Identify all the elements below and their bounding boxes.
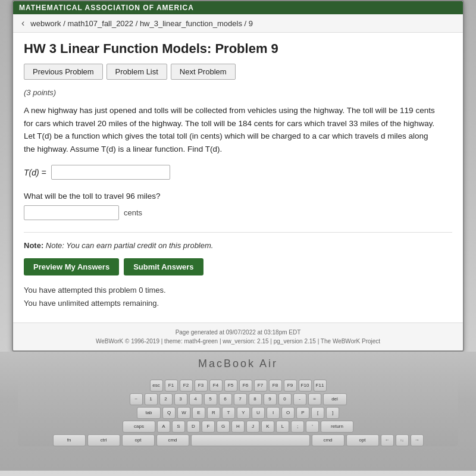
key-e[interactable]: E: [192, 407, 205, 419]
footer-line2: WeBWorK © 1996-2019 | theme: math4-green…: [18, 337, 458, 346]
key-caps[interactable]: caps: [123, 421, 155, 433]
preview-answers-button[interactable]: Preview My Answers: [24, 258, 119, 275]
maa-logo: MATHEMATICAL ASSOCIATION OF AMERICA: [19, 4, 194, 12]
key-p[interactable]: P: [296, 407, 309, 419]
key-lbracket[interactable]: [: [311, 407, 324, 419]
attempt-line2: You have unlimited attempts remaining.: [24, 297, 452, 310]
key-1[interactable]: 1: [145, 393, 158, 405]
divider: [24, 232, 452, 233]
key-k[interactable]: K: [261, 421, 274, 433]
top-bar: MATHEMATICAL ASSOCIATION OF AMERICA: [13, 1, 463, 14]
problem-list-button[interactable]: Problem List: [107, 64, 167, 80]
key-delete[interactable]: del: [323, 393, 347, 405]
key-f3[interactable]: F3: [195, 380, 208, 392]
td-input-row: T(d) =: [24, 165, 452, 180]
footer-line1: Page generated at 09/07/2022 at 03:18pm …: [18, 328, 458, 337]
key-space[interactable]: [191, 434, 310, 446]
key-9[interactable]: 9: [264, 393, 277, 405]
laptop-label: MacBook Air: [198, 358, 278, 370]
keyboard-row-3: tab Q W E R T Y U I O P [ ]: [24, 407, 452, 419]
key-3[interactable]: 3: [174, 393, 187, 405]
key-quote[interactable]: ': [306, 421, 319, 433]
key-f11[interactable]: F11: [314, 380, 327, 392]
keyboard-row-2: ~ 1 2 3 4 5 6 7 8 9 0 - = del: [24, 393, 452, 405]
toll-input[interactable]: [24, 205, 119, 220]
key-equal[interactable]: =: [308, 393, 321, 405]
key-6[interactable]: 6: [219, 393, 232, 405]
next-problem-button[interactable]: Next Problem: [171, 64, 236, 80]
key-return[interactable]: return: [321, 421, 353, 433]
nav-buttons: Previous Problem Problem List Next Probl…: [24, 64, 452, 80]
key-f1[interactable]: F1: [165, 380, 178, 392]
key-j[interactable]: J: [246, 421, 259, 433]
problem-text: A new highway has just opened and tolls …: [24, 104, 440, 155]
key-tab[interactable]: tab: [137, 407, 161, 419]
key-f7[interactable]: F7: [254, 380, 267, 392]
key-f2[interactable]: F2: [180, 380, 193, 392]
key-g[interactable]: G: [217, 421, 230, 433]
keyboard-row-5: fn ctrl opt cmd cmd opt ← ↑↓ →: [24, 434, 452, 446]
key-opt[interactable]: opt: [122, 434, 155, 446]
key-7[interactable]: 7: [234, 393, 247, 405]
key-r[interactable]: R: [207, 407, 220, 419]
key-esc[interactable]: esc: [150, 380, 163, 392]
action-buttons: Preview My Answers Submit Answers: [24, 258, 452, 275]
main-content: HW 3 Linear Function Models: Problem 9 P…: [13, 33, 463, 322]
previous-problem-button[interactable]: Previous Problem: [24, 64, 103, 80]
toll-input-row: cents: [24, 205, 452, 220]
key-4[interactable]: 4: [189, 393, 202, 405]
key-l[interactable]: L: [276, 421, 289, 433]
attempt-info: You have attempted this problem 0 times.…: [24, 284, 452, 310]
key-ctrl[interactable]: ctrl: [87, 434, 120, 446]
key-cmd-left[interactable]: cmd: [156, 434, 189, 446]
key-rbracket[interactable]: ]: [326, 407, 339, 419]
note-text: Note: Note: You can earn partial credit …: [24, 241, 452, 250]
key-a[interactable]: A: [157, 421, 170, 433]
key-f9[interactable]: F9: [284, 380, 297, 392]
keyboard-row-4: caps A S D F G H J K L ; ' return: [24, 421, 452, 433]
key-f4[interactable]: F4: [209, 380, 223, 392]
key-s[interactable]: S: [172, 421, 185, 433]
key-opt-right[interactable]: opt: [346, 434, 379, 446]
key-tilde[interactable]: ~: [130, 393, 143, 405]
td-label: T(d) =: [24, 168, 46, 177]
key-y[interactable]: Y: [237, 407, 250, 419]
key-f5[interactable]: F5: [224, 380, 237, 392]
submit-answers-button[interactable]: Submit Answers: [124, 258, 203, 275]
attempt-line1: You have attempted this problem 0 times.: [24, 284, 452, 297]
key-f8[interactable]: F8: [269, 380, 282, 392]
key-minus[interactable]: -: [293, 393, 306, 405]
key-semicolon[interactable]: ;: [291, 421, 304, 433]
key-u[interactable]: U: [252, 407, 265, 419]
keyboard-row-1: esc F1 F2 F3 F4 F5 F6 F7 F8 F9 F10 F11: [24, 380, 452, 392]
back-arrow[interactable]: ‹: [21, 18, 24, 29]
key-f10[interactable]: F10: [299, 380, 312, 392]
screen-area: MATHEMATICAL ASSOCIATION OF AMERICA ‹ we…: [12, 0, 464, 352]
key-d[interactable]: D: [187, 421, 200, 433]
key-right[interactable]: →: [411, 434, 424, 446]
key-h[interactable]: H: [231, 421, 245, 433]
toll-question: What will be the toll to travel 96 miles…: [24, 192, 452, 201]
key-t[interactable]: T: [222, 407, 235, 419]
breadcrumb-bar: ‹ webwork / math107_fall_2022 / hw_3_lin…: [13, 14, 463, 33]
key-f6[interactable]: F6: [239, 380, 252, 392]
key-w[interactable]: W: [177, 407, 190, 419]
key-left[interactable]: ←: [381, 434, 394, 446]
key-f[interactable]: F: [202, 421, 215, 433]
key-i[interactable]: I: [267, 407, 280, 419]
keyboard-area: esc F1 F2 F3 F4 F5 F6 F7 F8 F9 F10 F11 ~…: [18, 375, 458, 446]
points-label: (3 points): [24, 88, 452, 97]
key-fn[interactable]: fn: [53, 434, 86, 446]
key-updown[interactable]: ↑↓: [396, 434, 409, 446]
key-cmd-right[interactable]: cmd: [312, 434, 345, 446]
cents-label: cents: [124, 208, 142, 217]
key-0[interactable]: 0: [278, 393, 292, 405]
key-8[interactable]: 8: [249, 393, 262, 405]
page-title: HW 3 Linear Function Models: Problem 9: [24, 41, 452, 57]
key-q[interactable]: Q: [162, 407, 176, 419]
footer: Page generated at 09/07/2022 at 03:18pm …: [13, 322, 463, 350]
key-2[interactable]: 2: [159, 393, 173, 405]
key-o[interactable]: O: [281, 407, 295, 419]
key-5[interactable]: 5: [204, 393, 217, 405]
td-input[interactable]: [51, 165, 170, 180]
